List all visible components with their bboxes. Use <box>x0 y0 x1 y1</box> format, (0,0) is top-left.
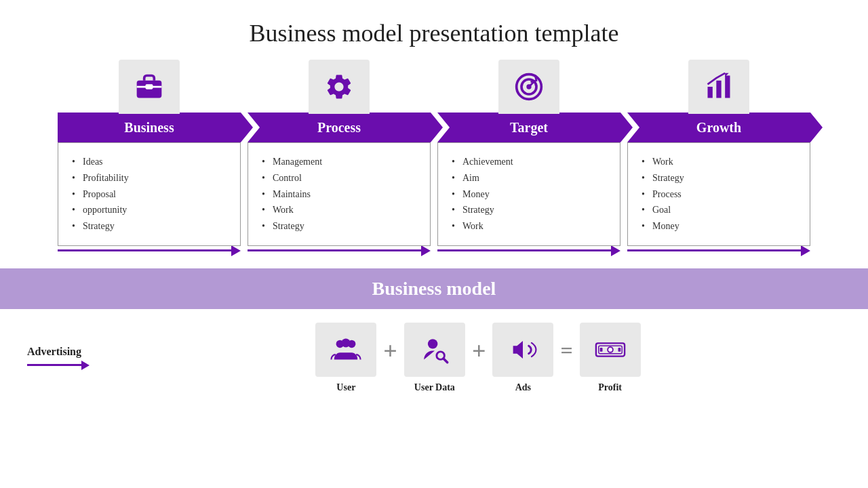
growth-list: Work Strategy Process Goal Money <box>642 154 796 235</box>
list-item: Achievement <box>452 154 606 170</box>
target-list: Achievement Aim Money Strategy Work <box>452 154 606 235</box>
business-label: Business <box>124 120 174 136</box>
list-item: Money <box>452 186 606 203</box>
svg-point-21 <box>608 348 612 352</box>
arrow-line <box>437 249 611 251</box>
list-item: Process <box>642 186 796 203</box>
business-arrow <box>58 245 241 256</box>
target-icon-box <box>498 60 559 114</box>
svg-rect-3 <box>146 84 153 89</box>
user-label: User <box>336 382 355 393</box>
list-item: Management <box>262 154 416 170</box>
list-item: Proposal <box>72 186 226 203</box>
business-content: Ideas Profitability Proposal opportunity… <box>58 142 241 246</box>
list-item: Strategy <box>642 170 796 186</box>
user-search-icon <box>419 334 450 365</box>
page-title: Business model presentation template <box>0 0 868 60</box>
bottom-item-profit: Profit <box>580 323 641 393</box>
arrow-line <box>58 249 231 251</box>
svg-point-15 <box>428 339 437 348</box>
list-item: Work <box>452 218 606 235</box>
arrow-head <box>231 245 241 256</box>
target-banner: Target <box>437 113 620 142</box>
advertising-label-group: Advertising <box>27 346 115 370</box>
megaphone-icon <box>507 334 538 365</box>
list-item: Control <box>262 170 416 186</box>
list-item: Goal <box>642 202 796 218</box>
ads-label: Ads <box>515 382 531 393</box>
chart-icon <box>704 72 734 102</box>
adv-line <box>27 364 81 366</box>
gear-icon <box>324 72 354 102</box>
svg-rect-23 <box>618 348 620 352</box>
growth-label: Growth <box>696 120 741 136</box>
arrow-head <box>421 245 431 256</box>
bottom-item-userdata: User Data <box>404 323 465 393</box>
process-content: Management Control Maintains Work Strate… <box>248 142 431 246</box>
list-item: Strategy <box>262 218 416 235</box>
column-target: Target Achievement Aim Money Strategy Wo… <box>437 60 620 256</box>
svg-rect-0 <box>137 81 162 98</box>
profit-icon-box <box>580 323 641 377</box>
advertising-arrow <box>27 361 90 370</box>
svg-point-14 <box>342 338 351 347</box>
growth-icon-box <box>688 60 749 114</box>
process-banner: Process <box>248 113 431 142</box>
svg-rect-10 <box>725 76 730 98</box>
equals-operator: = <box>560 338 572 363</box>
arrow-head <box>801 245 810 256</box>
list-item: Work <box>262 202 416 218</box>
process-arrow <box>248 245 431 256</box>
svg-rect-9 <box>716 81 721 98</box>
bottom-items: User + User Data + <box>115 323 841 393</box>
target-icon <box>514 72 544 102</box>
process-list: Management Control Maintains Work Strate… <box>262 154 416 235</box>
money-icon <box>595 334 626 365</box>
users-icon <box>330 334 361 365</box>
list-item: Ideas <box>72 154 226 170</box>
svg-rect-8 <box>708 87 713 98</box>
list-item: Strategy <box>452 202 606 218</box>
list-item: Maintains <box>262 186 416 203</box>
bottom-section: Advertising User + <box>0 323 868 393</box>
target-arrow <box>437 245 620 256</box>
arrow-line <box>248 249 421 251</box>
userdata-icon-box <box>404 323 465 377</box>
process-label: Process <box>317 120 361 136</box>
column-growth: Growth Work Strategy Process Goal Money <box>627 60 810 256</box>
growth-banner: Growth <box>627 113 810 142</box>
userdata-label: User Data <box>414 382 455 393</box>
growth-arrow <box>627 245 810 256</box>
target-label: Target <box>510 120 548 136</box>
process-icon-box <box>309 60 370 114</box>
bottom-item-ads: Ads <box>492 323 553 393</box>
svg-rect-22 <box>599 348 602 352</box>
list-item: Aim <box>452 170 606 186</box>
arrow-line <box>627 249 801 251</box>
arrow-head <box>611 245 620 256</box>
briefcase-icon <box>134 72 164 102</box>
svg-line-17 <box>443 359 448 363</box>
user-icon-box <box>315 323 376 377</box>
list-item: opportunity <box>72 202 226 218</box>
column-business: Business Ideas Profitability Proposal op… <box>58 60 241 256</box>
profit-label: Profit <box>598 382 622 393</box>
growth-content: Work Strategy Process Goal Money <box>627 142 810 246</box>
plus-operator-1: + <box>383 337 397 365</box>
business-model-banner: Business model <box>0 268 868 309</box>
business-icon-box <box>119 60 180 114</box>
list-item: Money <box>642 218 796 235</box>
list-item: Profitability <box>72 170 226 186</box>
business-banner: Business <box>58 113 241 142</box>
target-content: Achievement Aim Money Strategy Work <box>437 142 620 246</box>
business-list: Ideas Profitability Proposal opportunity… <box>72 154 226 235</box>
top-section: Business Ideas Profitability Proposal op… <box>0 60 868 256</box>
list-item: Strategy <box>72 218 226 235</box>
list-item: Work <box>642 154 796 170</box>
advertising-text: Advertising <box>27 346 81 358</box>
plus-operator-2: + <box>472 337 486 365</box>
bottom-item-user: User <box>315 323 376 393</box>
adv-head <box>81 361 90 370</box>
column-process: Process Management Control Maintains Wor… <box>248 60 431 256</box>
ads-icon-box <box>492 323 553 377</box>
